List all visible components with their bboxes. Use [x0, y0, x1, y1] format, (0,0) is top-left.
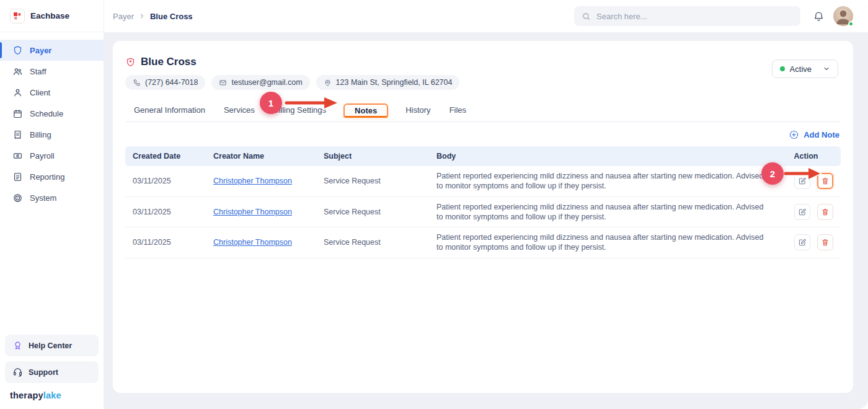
breadcrumb-current: Blue Cross [150, 12, 193, 21]
note-actions [776, 227, 841, 258]
search-input[interactable] [596, 12, 793, 21]
sidebar-item-label: Staff [30, 67, 46, 76]
sidebar-bottom: Help Center Support [0, 330, 104, 383]
note-actions [776, 196, 841, 227]
status-value: Active [790, 64, 812, 74]
support-button[interactable]: Support [5, 361, 99, 383]
add-note-button[interactable]: Add Note [789, 130, 839, 140]
add-note-label: Add Note [804, 130, 839, 139]
note-date: 03/11/2025 [125, 166, 206, 196]
payer-detail-card: Blue Cross Active (727) 644-7018 testuse… [113, 41, 853, 393]
note-body: Patient reported experiencing mild dizzi… [429, 227, 776, 258]
note-date: 03/11/2025 [125, 227, 206, 258]
status-dropdown[interactable]: Active [772, 59, 838, 78]
banknote-icon [12, 151, 23, 161]
online-status-dot [848, 21, 854, 27]
brand-name: Eachbase [30, 11, 69, 20]
app-window: Eachbase Payer Staff Client Schedule Bil… [0, 0, 868, 409]
sidebar-item-payer[interactable]: Payer [0, 40, 104, 61]
tab-general-information[interactable]: General Information [133, 99, 206, 121]
map-pin-icon [324, 79, 332, 87]
status-green-dot [780, 66, 785, 71]
annotation-step-1-badge: 1 [260, 92, 282, 114]
sidebar-item-reporting[interactable]: Reporting [0, 166, 104, 187]
sidebar-item-schedule[interactable]: Schedule [0, 103, 104, 124]
add-note-row: Add Note [125, 130, 841, 140]
sidebar-item-label: Billing [30, 130, 51, 139]
brand-logo: Eachbase [0, 0, 104, 32]
edit-note-button[interactable] [794, 204, 810, 220]
tab-bar: General Information Services Billing Set… [125, 99, 841, 122]
plus-circle-icon [789, 130, 799, 140]
breadcrumb-payer[interactable]: Payer [113, 12, 134, 21]
therapylake-logo: therapylake [0, 383, 104, 409]
tab-notes[interactable]: Notes [353, 99, 378, 122]
note-body: Patient reported experiencing mild dizzi… [429, 166, 776, 196]
header-creator-name: Creator Name [206, 146, 316, 166]
creator-link[interactable]: Christopher Thompson [213, 177, 292, 185]
sidebar-item-payroll[interactable]: Payroll [0, 145, 104, 166]
delete-note-button[interactable] [817, 234, 833, 250]
sidebar-item-label: System [30, 193, 56, 203]
sidebar-item-client[interactable]: Client [0, 82, 104, 103]
sidebar-item-billing[interactable]: Billing [0, 124, 104, 145]
notes-tab-highlight-box: Notes [343, 103, 388, 118]
note-date: 03/11/2025 [125, 196, 206, 227]
sidebar-nav: Payer Staff Client Schedule Billing Payr… [0, 32, 104, 330]
annotation-step-1-arrow [283, 94, 340, 112]
header-body: Body [429, 146, 776, 166]
table-row: 03/11/2025 Christopher Thompson Service … [125, 166, 841, 196]
header-subject: Subject [316, 146, 429, 166]
tab-services[interactable]: Services [223, 99, 256, 121]
support-label: Support [29, 368, 58, 377]
edit-note-button[interactable] [794, 234, 810, 250]
note-subject: Service Request [316, 196, 429, 227]
user-avatar[interactable] [833, 6, 853, 26]
sidebar-item-label: Payer [30, 46, 51, 55]
annotation-step-2-badge: 2 [761, 162, 784, 185]
note-subject: Service Request [316, 166, 429, 196]
delete-note-button[interactable] [817, 204, 833, 220]
table-row: 03/11/2025 Christopher Thompson Service … [125, 227, 841, 258]
badge-icon [12, 340, 23, 351]
calendar-icon [12, 108, 23, 119]
breadcrumb: Payer Blue Cross [113, 12, 193, 21]
sidebar-item-system[interactable]: System [0, 187, 104, 208]
report-icon [12, 172, 23, 182]
tab-history[interactable]: History [404, 99, 432, 121]
tab-files[interactable]: Files [448, 99, 467, 121]
help-center-label: Help Center [29, 341, 72, 350]
sidebar-item-label: Reporting [30, 172, 64, 182]
shield-icon [12, 45, 23, 56]
creator-link[interactable]: Christopher Thompson [213, 208, 292, 216]
person-icon [12, 87, 23, 98]
topbar: Payer Blue Cross [104, 0, 868, 32]
creator-link[interactable]: Christopher Thompson [213, 238, 292, 247]
payer-shield-icon [125, 57, 136, 68]
users-icon [12, 66, 23, 77]
email-chip: testuser@gmail.com [211, 75, 309, 90]
search-icon [582, 12, 591, 21]
email-value: testuser@gmail.com [231, 78, 302, 87]
contact-chips: (727) 644-7018 testuser@gmail.com 123 Ma… [125, 75, 841, 90]
content-area: Blue Cross Active (727) 644-7018 testuse… [104, 32, 868, 409]
address-value: 123 Main St, Springfield, IL 62704 [336, 78, 453, 87]
header-action: Action [776, 146, 841, 166]
notes-table: Created Date Creator Name Subject Body A… [125, 146, 841, 258]
email-icon [219, 79, 227, 87]
payer-title-row: Blue Cross [125, 56, 841, 68]
target-icon [12, 193, 23, 203]
headset-icon [12, 367, 23, 377]
chevron-down-icon [823, 65, 830, 73]
receipt-icon [12, 130, 23, 140]
sidebar: Eachbase Payer Staff Client Schedule Bil… [0, 0, 104, 409]
header-created-date: Created Date [125, 146, 206, 166]
address-chip: 123 Main St, Springfield, IL 62704 [316, 75, 460, 90]
help-center-button[interactable]: Help Center [5, 335, 99, 356]
sidebar-item-label: Client [30, 88, 50, 97]
notifications-bell-icon[interactable] [813, 11, 825, 22]
main-area: Payer Blue Cross [104, 0, 868, 409]
phone-value: (727) 644-7018 [145, 78, 198, 87]
note-body: Patient reported experiencing mild dizzi… [429, 196, 776, 227]
sidebar-item-staff[interactable]: Staff [0, 61, 104, 82]
